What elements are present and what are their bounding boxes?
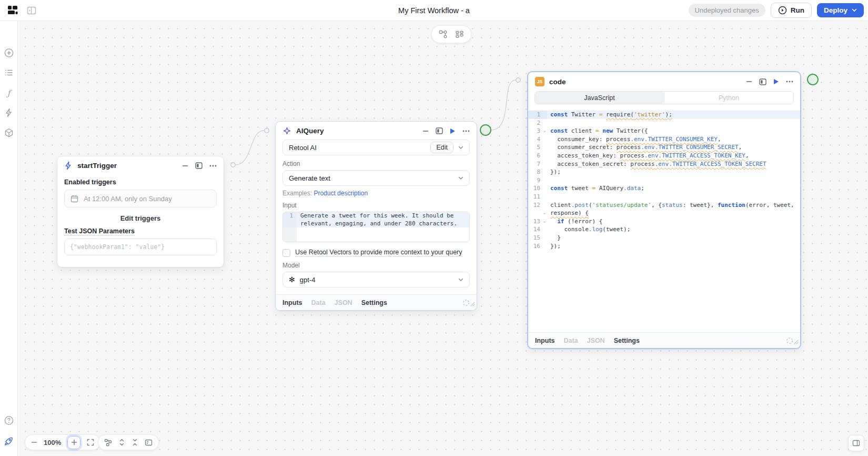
more-options-icon[interactable] [786, 81, 793, 83]
tab-data[interactable]: Data [311, 299, 326, 306]
tab-json[interactable]: JSON [335, 299, 352, 306]
lang-tab-javascript[interactable]: JavaScript [535, 92, 664, 104]
code-line[interactable]: ⌄response) { [528, 209, 800, 217]
more-options-icon[interactable] [209, 165, 217, 167]
code-line[interactable]: 9 [528, 176, 800, 185]
refresh-icon[interactable] [786, 337, 793, 344]
minimize-icon[interactable] [422, 128, 429, 134]
port-aiquery-output[interactable] [480, 125, 491, 135]
code-line[interactable]: 4 consumer_key: process.env.TWITTER_CONS… [528, 135, 800, 144]
prompt-editor[interactable]: 1Generate a tweet for this week. It shou… [282, 212, 470, 242]
minimize-icon[interactable] [746, 78, 752, 85]
port-code-input[interactable] [516, 78, 520, 82]
lang-tab-python[interactable]: Python [664, 92, 793, 104]
examples-link[interactable]: Product description [314, 190, 368, 197]
play-circle-icon [778, 6, 787, 15]
run-block-icon[interactable] [773, 78, 779, 85]
toggle-right-panel-button[interactable] [848, 435, 864, 451]
action-label: Action [282, 160, 470, 167]
resize-handle[interactable] [470, 299, 475, 309]
run-button[interactable]: Run [771, 3, 812, 18]
code-line[interactable]: 1const Twitter = require('twitter'); [528, 111, 800, 119]
resource-select[interactable]: Retool AI Edit [282, 140, 470, 155]
tab-inputs[interactable]: Inputs [282, 299, 302, 306]
edit-triggers-button[interactable]: Edit triggers [64, 214, 217, 222]
refresh-icon[interactable] [462, 299, 470, 306]
zoom-controls: 100% [25, 434, 100, 450]
model-select[interactable]: ✻ gpt-4 [282, 272, 470, 288]
help-icon[interactable] [4, 415, 14, 425]
prompt-line[interactable]: relevant, engaging, and under 280 charac… [283, 220, 469, 228]
block-footer: InputsDataJSONSettings [528, 332, 800, 348]
expand-all-icon[interactable] [118, 439, 125, 446]
minimap-icon[interactable] [145, 439, 153, 446]
code-line[interactable]: 10const tweet = AIQuery.data; [528, 184, 800, 193]
top-bar: My First Workflow - a Undeployed changes… [0, 0, 868, 21]
open-panel-icon[interactable] [436, 127, 443, 134]
test-json-input[interactable] [64, 239, 217, 255]
run-block-icon[interactable] [450, 128, 456, 134]
toggle-left-panel-icon[interactable] [26, 5, 37, 16]
trigger-schedule[interactable]: At 12:00 AM, only on Sunday [64, 190, 217, 207]
port-start-output[interactable] [231, 163, 235, 167]
code-line[interactable]: 6 access_token_key: process.env.TWITTER_… [528, 152, 800, 160]
code-line[interactable]: 2 [528, 119, 800, 127]
collapse-all-icon[interactable] [132, 439, 138, 446]
node-ai-query[interactable]: AIQuery Retool AI Edit Action Generate t… [275, 121, 477, 311]
triggers-icon[interactable] [4, 108, 13, 117]
retool-logo-icon [6, 4, 19, 17]
code-line[interactable]: 12client.post('statuses/update', {status… [528, 201, 800, 210]
open-panel-icon[interactable] [195, 162, 203, 169]
workflow-title: My First Workflow - a [398, 6, 470, 15]
zoom-in-button[interactable] [67, 436, 80, 449]
edit-resource-button[interactable]: Edit [430, 142, 453, 153]
tidy-layout-icon[interactable] [104, 439, 112, 447]
resize-handle[interactable] [794, 337, 799, 346]
tab-data[interactable]: Data [564, 337, 578, 344]
node-title: AIQuery [296, 127, 324, 135]
schedule-text: At 12:00 AM, only on Sunday [84, 195, 172, 203]
onboarding-rocket-icon[interactable] [4, 436, 14, 447]
enabled-triggers-label: Enabled triggers [64, 179, 217, 186]
code-line[interactable]: 8}); [528, 168, 800, 176]
fit-view-icon[interactable] [87, 439, 94, 446]
code-line[interactable]: 7 access_token_secret: process.env.TWITT… [528, 160, 800, 168]
code-editor[interactable]: 1const Twitter = require('twitter');23⌄c… [528, 108, 800, 333]
prompt-editor-empty[interactable] [283, 227, 469, 242]
code-line[interactable]: 15 } [528, 234, 800, 242]
zoom-out-icon[interactable] [31, 439, 37, 445]
node-code[interactable]: JS code JavaScriptPython 1const Twitter … [527, 71, 801, 349]
more-options-icon[interactable] [462, 130, 470, 132]
add-block-icon[interactable] [4, 48, 14, 58]
canvas-view-controls [98, 434, 159, 450]
deploy-button[interactable]: Deploy [817, 3, 864, 17]
code-line[interactable]: 5 consumer_secret: process.env.TWITTER_C… [528, 143, 800, 152]
tab-inputs[interactable]: Inputs [535, 337, 555, 344]
action-select[interactable]: Generate text [282, 170, 470, 186]
tab-settings[interactable]: Settings [361, 299, 387, 306]
code-line[interactable]: 16}); [528, 242, 800, 251]
code-line[interactable]: 3⌄const client = new Twitter({ [528, 127, 800, 135]
vectors-checkbox[interactable] [282, 249, 290, 257]
code-line[interactable]: 14 console.log(tweet); [528, 225, 800, 234]
code-line[interactable]: 13⌄ if (!error) { [528, 217, 800, 226]
code-line[interactable]: 11 [528, 193, 800, 201]
open-panel-icon[interactable] [759, 78, 766, 85]
tab-json[interactable]: JSON [587, 337, 605, 344]
port-aiquery-input[interactable] [265, 128, 269, 133]
run-history-icon[interactable] [4, 68, 14, 77]
workflow-canvas[interactable]: startTrigger Enabled triggers At 12:00 A… [18, 21, 868, 456]
zoom-level: 100% [44, 439, 61, 447]
chevron-down-icon [458, 146, 463, 150]
minimize-icon[interactable] [182, 163, 188, 169]
undeployed-changes-badge: Undeployed changes [689, 4, 765, 17]
resources-icon[interactable] [4, 128, 14, 138]
block-footer: InputsDataJSONSettings [276, 294, 477, 310]
functions-icon[interactable]: ƒ [7, 88, 11, 98]
blocks-layout-icon[interactable] [455, 30, 464, 39]
tab-settings[interactable]: Settings [614, 337, 640, 344]
prompt-line[interactable]: 1Generate a tweet for this week. It shou… [283, 212, 469, 220]
auto-layout-icon[interactable] [439, 30, 448, 39]
node-start-trigger[interactable]: startTrigger Enabled triggers At 12:00 A… [57, 156, 224, 267]
port-code-output[interactable] [808, 74, 818, 85]
